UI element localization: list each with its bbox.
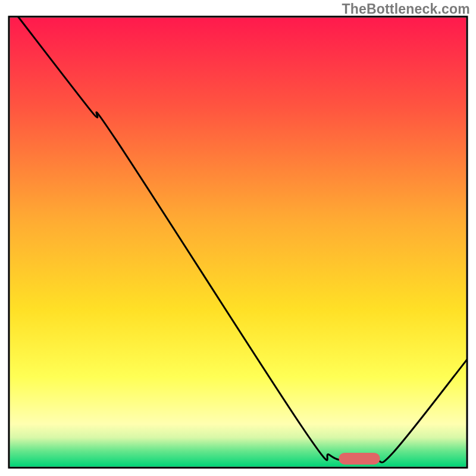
- gradient-background: [10, 18, 466, 467]
- optimal-marker: [339, 453, 380, 465]
- chart-svg: [0, 0, 476, 476]
- chart-container: { "watermark": "TheBottleneck.com", "cha…: [0, 0, 476, 476]
- watermark-text: TheBottleneck.com: [342, 1, 470, 17]
